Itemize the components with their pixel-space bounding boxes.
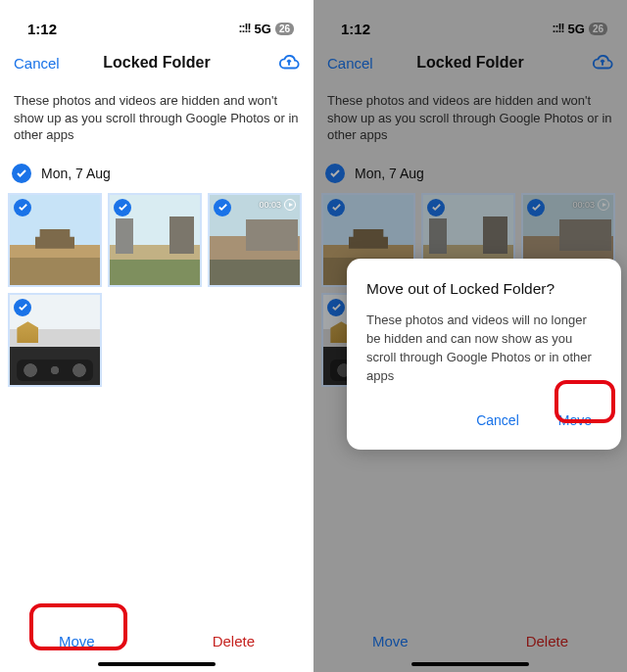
checkmark-icon[interactable]: [12, 164, 31, 183]
delete-button[interactable]: Delete: [193, 623, 274, 659]
dialog-actions: Cancel Move: [366, 405, 602, 436]
move-button[interactable]: Move: [353, 623, 428, 659]
network-label: 5G: [255, 22, 271, 36]
status-bar: 1:12 ::!! 5G 26: [0, 0, 314, 43]
cloud-upload-icon[interactable]: [592, 52, 613, 73]
photo-thumbnail[interactable]: [8, 293, 102, 387]
video-duration-badge: 00:03: [572, 199, 609, 211]
date-label: Mon, 7 Aug: [41, 166, 111, 181]
network-label: 5G: [568, 22, 585, 36]
nav-bar: Cancel Locked Folder: [314, 43, 627, 82]
nav-bar: Cancel Locked Folder: [0, 43, 314, 82]
checkmark-icon[interactable]: [427, 199, 445, 216]
video-duration-badge: 00:03: [259, 199, 296, 211]
status-right: ::!! 5G 26: [239, 22, 294, 36]
video-thumbnail[interactable]: 00:03: [208, 193, 302, 287]
battery-icon: 26: [589, 23, 607, 35]
signal-icon: ::!!: [553, 22, 564, 35]
page-title: Locked Folder: [416, 54, 523, 72]
photo-grid: 00:03: [0, 193, 314, 387]
checkmark-icon[interactable]: [14, 299, 31, 316]
checkmark-icon[interactable]: [214, 199, 231, 216]
photo-thumbnail[interactable]: [108, 193, 202, 287]
screen-right: 1:12 ::!! 5G 26 Cancel Locked Folder The…: [314, 0, 627, 672]
dialog-move-button[interactable]: Move: [549, 405, 602, 436]
home-indicator[interactable]: [411, 662, 529, 666]
screen-left: 1:12 ::!! 5G 26 Cancel Locked Folder The…: [0, 0, 314, 672]
checkmark-icon[interactable]: [527, 199, 545, 216]
photo-thumbnail[interactable]: [8, 193, 102, 287]
delete-button[interactable]: Delete: [506, 623, 588, 659]
play-icon: [598, 199, 609, 211]
date-label: Mon, 7 Aug: [355, 166, 424, 181]
checkmark-icon[interactable]: [14, 199, 31, 216]
checkmark-icon[interactable]: [327, 299, 345, 316]
signal-icon: ::!!: [239, 22, 251, 35]
dialog-cancel-button[interactable]: Cancel: [472, 405, 523, 436]
play-icon: [284, 199, 296, 211]
checkmark-icon[interactable]: [114, 199, 131, 216]
cancel-button[interactable]: Cancel: [327, 55, 373, 72]
status-time: 1:12: [341, 21, 370, 37]
status-time: 1:12: [27, 21, 57, 37]
home-indicator[interactable]: [98, 662, 216, 666]
checkmark-icon[interactable]: [327, 199, 345, 216]
cloud-upload-icon[interactable]: [278, 52, 300, 73]
description-text: These photos and videos are hidden and w…: [314, 82, 627, 160]
confirm-dialog: Move out of Locked Folder? These photos …: [347, 259, 621, 450]
page-title: Locked Folder: [103, 54, 210, 72]
description-text: These photos and videos are hidden and w…: [0, 82, 314, 160]
dialog-title: Move out of Locked Folder?: [366, 280, 602, 298]
status-bar: 1:12 ::!! 5G 26: [314, 0, 627, 43]
date-section[interactable]: Mon, 7 Aug: [0, 160, 314, 193]
checkmark-icon[interactable]: [325, 164, 345, 183]
status-right: ::!! 5G 26: [553, 22, 607, 36]
move-button[interactable]: Move: [39, 623, 115, 659]
cancel-button[interactable]: Cancel: [14, 55, 60, 72]
date-section[interactable]: Mon, 7 Aug: [314, 160, 627, 193]
dialog-body: These photos and videos will no longer b…: [366, 312, 602, 385]
battery-icon: 26: [275, 23, 294, 35]
